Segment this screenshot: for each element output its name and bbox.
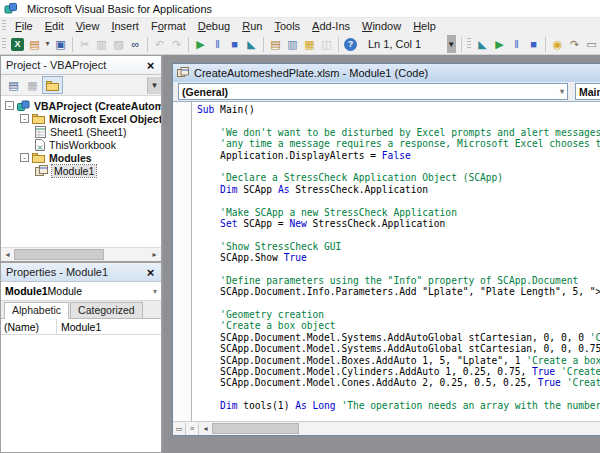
menu-run[interactable]: Run — [236, 19, 268, 33]
paste-icon[interactable]: ▨ — [110, 36, 127, 52]
object-selector-dropdown[interactable]: Module1 Module ▾ — [1, 282, 161, 301]
code-line: Dim tools(1) As Long 'The operation need… — [197, 400, 600, 411]
toolbar-separator — [263, 37, 264, 52]
project-explorer-icon[interactable]: ▤ — [267, 36, 284, 52]
object-browser-icon[interactable]: ◫ — [318, 36, 335, 52]
tree-item-label: Module1 — [52, 165, 96, 177]
object-dropdown[interactable]: (General) ▾ — [178, 83, 568, 100]
comment-icon[interactable]: ▭ — [583, 36, 600, 52]
scroll-left-icon[interactable]: ◂ — [199, 422, 212, 435]
project-panel-toolbar: ▤ ▦ ▼ — [1, 75, 161, 96]
undo-icon[interactable]: ↶ — [151, 36, 168, 52]
insert-dropdown-caret-icon[interactable]: ▾ — [43, 36, 52, 52]
menu-help[interactable]: Help — [407, 19, 442, 33]
property-row: (Name)Module1 — [1, 319, 161, 335]
find-icon[interactable]: ∞ — [127, 36, 144, 52]
menu-debug[interactable]: Debug — [192, 19, 236, 33]
vba-editor-window: Microsoft Visual Basic for Applications … — [0, 0, 600, 453]
design-mode-icon[interactable]: ◣ — [243, 36, 260, 52]
code-line: Sub Main() — [197, 104, 600, 115]
toolbar2-drag-handle[interactable] — [467, 38, 471, 50]
code-area[interactable]: Sub Main() 'We don't want to be disturbe… — [192, 102, 600, 421]
toolbar-separator — [461, 37, 462, 52]
collapse-icon[interactable]: - — [5, 101, 14, 110]
code-line — [197, 389, 600, 400]
collapse-icon[interactable]: - — [20, 114, 29, 123]
help-icon[interactable]: ? — [344, 38, 357, 51]
menu-file[interactable]: File — [9, 19, 39, 33]
menu-tools[interactable]: Tools — [268, 19, 306, 33]
scroll-right-icon[interactable]: ▸ — [148, 248, 161, 261]
code-line: SCApp.Show True — [197, 252, 600, 263]
menu-drag-handle[interactable] — [2, 20, 6, 32]
code-line — [197, 161, 600, 172]
tree-item-label: Modules — [49, 152, 92, 164]
breakpoint-margin[interactable] — [173, 102, 192, 421]
macro-security-icon[interactable]: ◉ — [549, 36, 566, 52]
view-code-icon[interactable]: ▤ — [4, 77, 23, 93]
copy-icon[interactable]: ▥ — [93, 36, 110, 52]
scroll-thumb[interactable] — [14, 249, 104, 260]
code-line: SCApp.Document.Model.Cones.AddAuto 2, 0.… — [197, 377, 600, 388]
excel-icon[interactable]: X — [11, 38, 24, 51]
tab-categorized[interactable]: Categorized — [70, 302, 143, 318]
insert-userform-icon[interactable]: ▤ — [26, 36, 43, 52]
toolbar-options-button[interactable]: ▼ — [447, 35, 456, 53]
scroll-left-icon[interactable]: ◂ — [1, 248, 14, 261]
tree-item-thisworkbook[interactable]: ThisWorkbook — [1, 138, 161, 151]
code-line: 'Create a box object — [197, 320, 600, 331]
toolbar-separator — [545, 37, 546, 52]
menu-view[interactable]: View — [70, 19, 106, 33]
tree-item-modules[interactable]: -Modules — [1, 151, 161, 164]
collapse-icon[interactable]: - — [20, 153, 29, 162]
break-icon[interactable]: ‖ — [508, 36, 525, 52]
save-icon[interactable]: ▣ — [52, 36, 69, 52]
code-line — [197, 298, 600, 309]
project-tree: -VBAProject (CreateAutomeshedP-Microsoft… — [1, 96, 161, 247]
menu-addins[interactable]: Add-Ins — [306, 19, 356, 33]
menu-edit[interactable]: Edit — [39, 19, 70, 33]
menu-format[interactable]: Format — [145, 19, 192, 33]
reset-icon[interactable]: ■ — [525, 36, 542, 52]
tree-item-vbaproject-createautomeshedp[interactable]: -VBAProject (CreateAutomeshedP — [1, 99, 161, 112]
scroll-thumb[interactable] — [212, 423, 299, 434]
property-value[interactable]: Module1 — [57, 321, 101, 333]
code-line: 'Show StressCheck GUI — [197, 241, 600, 252]
toolbox-icon[interactable]: ▦ — [301, 36, 318, 52]
break-icon[interactable]: ‖ — [209, 36, 226, 52]
full-module-view-icon[interactable]: ≡ — [186, 423, 199, 435]
cut-icon[interactable]: ✂ — [76, 36, 93, 52]
code-line — [197, 263, 600, 274]
run-icon[interactable]: ▶ — [491, 36, 508, 52]
procedure-view-icon[interactable]: ▭ — [173, 423, 186, 435]
code-line: 'Declare a StressCheck Application Objec… — [197, 172, 600, 183]
properties-panel-close-icon[interactable]: × — [143, 265, 158, 280]
tree-item-sheet1-sheet1[interactable]: Sheet1 (Sheet1) — [1, 125, 161, 138]
reset-icon[interactable]: ■ — [226, 36, 243, 52]
window-title: Microsoft Visual Basic for Applications — [27, 3, 212, 15]
chevron-down-icon: ▾ — [153, 287, 157, 296]
code-line — [197, 229, 600, 240]
selected-object-type: Module — [48, 285, 82, 297]
properties-panel: Properties - Module1 × Module1 Module ▾ … — [0, 262, 162, 453]
tree-item-module1[interactable]: Module1 — [1, 164, 161, 177]
project-scroll-down-icon[interactable]: ▼ — [147, 77, 161, 94]
properties-window-icon[interactable]: ▥ — [284, 36, 301, 52]
procedure-dropdown[interactable]: Main — [575, 83, 600, 100]
tree-item-microsoft-excel-objects[interactable]: -Microsoft Excel Objects — [1, 112, 161, 125]
design-mode-icon[interactable]: ◣ — [474, 36, 491, 52]
toolbar-drag-handle[interactable] — [2, 38, 6, 50]
toggle-folders-icon[interactable] — [42, 76, 63, 94]
code-line: SCApp.Document.Model.Cylinders.AddAuto 1… — [197, 366, 600, 377]
project-panel-close-icon[interactable]: × — [143, 58, 158, 73]
run-icon[interactable]: ▶ — [192, 36, 209, 52]
menu-insert[interactable]: Insert — [105, 19, 145, 33]
procedure-dropdown-value: Main — [579, 86, 600, 98]
redo-icon[interactable]: ↷ — [168, 36, 185, 52]
menu-window[interactable]: Window — [356, 19, 407, 33]
folder-icon — [32, 113, 45, 124]
tab-alphabetic[interactable]: Alphabetic — [4, 302, 69, 319]
undo-last-icon[interactable]: ↷ — [566, 36, 583, 52]
view-object-icon[interactable]: ▦ — [23, 77, 42, 93]
standard-toolbar-group: X▤▾▣✂▥▨∞↶↷▶‖■◣▤▥▦◫? — [9, 36, 359, 52]
